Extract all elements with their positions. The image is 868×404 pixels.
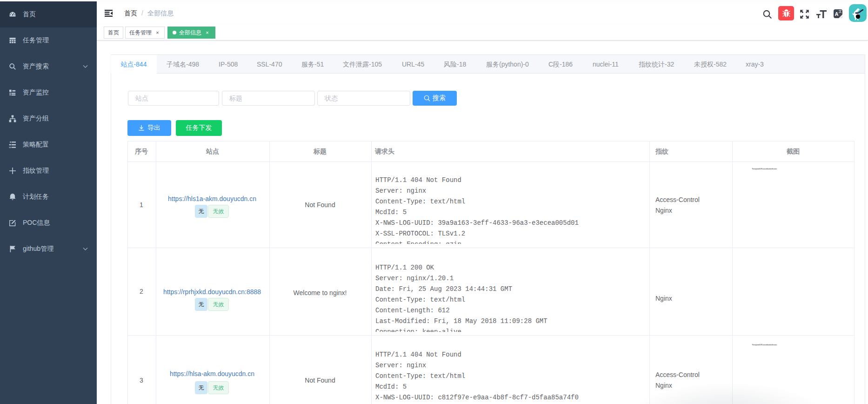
svg-text:The requested URL was not foun: The requested URL was not found on this … xyxy=(752,343,777,346)
svg-text:The requested URL was not foun: The requested URL was not found on this … xyxy=(752,168,777,170)
